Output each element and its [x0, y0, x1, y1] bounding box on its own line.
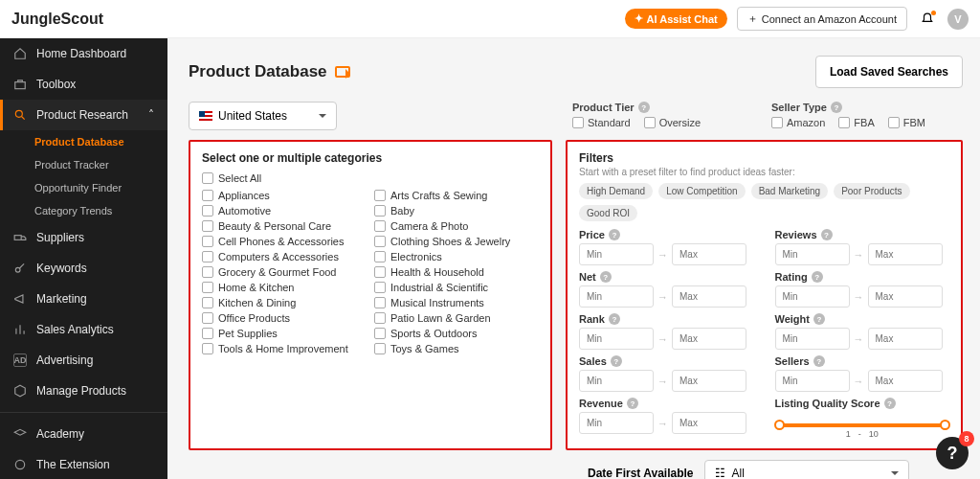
category-checkbox[interactable]: Patio Lawn & Garden	[374, 312, 539, 324]
fbm-checkbox[interactable]: FBM	[888, 117, 925, 128]
category-checkbox[interactable]: Pet Supplies	[202, 328, 367, 339]
min-input[interactable]	[579, 285, 654, 308]
max-input[interactable]	[672, 328, 746, 350]
nav-product-database[interactable]: Product Database	[0, 130, 167, 153]
category-checkbox[interactable]: Electronics	[374, 251, 539, 262]
user-avatar[interactable]: V	[947, 9, 969, 30]
category-checkbox[interactable]: Camera & Photo	[374, 220, 539, 232]
preset-pill[interactable]: High Demand	[579, 183, 653, 199]
category-label: Musical Instruments	[390, 297, 484, 308]
nav-marketing[interactable]: Marketing	[0, 284, 167, 314]
filter-lqs: Listing Quality Score?1-10	[775, 398, 950, 439]
max-input[interactable]	[672, 243, 746, 265]
max-input[interactable]	[672, 412, 746, 434]
nav-product-research[interactable]: Product Research˄	[0, 100, 167, 130]
help-fab[interactable]: ? 8	[936, 437, 969, 469]
load-saved-searches-button[interactable]: Load Saved Searches	[815, 56, 963, 88]
help-icon[interactable]: ?	[627, 398, 638, 409]
max-input[interactable]	[672, 370, 746, 392]
category-checkbox[interactable]: Tools & Home Improvement	[202, 343, 367, 354]
min-input[interactable]	[775, 370, 850, 392]
notifications-button[interactable]	[917, 9, 938, 30]
nav-manage-products[interactable]: Manage Products	[0, 376, 167, 406]
nav-sales-analytics[interactable]: Sales Analytics	[0, 314, 167, 345]
category-checkbox[interactable]: Baby	[374, 205, 539, 217]
category-checkbox[interactable]: Home & Kitchen	[202, 282, 367, 293]
nav-opportunity-finder[interactable]: Opportunity Finder	[0, 176, 167, 199]
preset-pill[interactable]: Good ROI	[579, 205, 637, 221]
help-icon[interactable]: ?	[812, 271, 823, 283]
help-icon[interactable]: ?	[821, 229, 833, 240]
category-checkbox[interactable]: Clothing Shoes & Jewelry	[374, 236, 539, 247]
category-checkbox[interactable]: Kitchen & Dining	[202, 297, 367, 308]
category-checkbox[interactable]: Toys & Games	[374, 343, 539, 354]
date-first-available-select[interactable]: ☷ All	[704, 460, 909, 479]
max-input[interactable]	[672, 285, 746, 308]
nav-extension-label: The Extension	[36, 458, 110, 471]
nav-home[interactable]: Home Dashboard	[0, 38, 167, 69]
nav-product-tracker[interactable]: Product Tracker	[0, 153, 167, 176]
nav-extension[interactable]: The Extension	[0, 449, 167, 479]
ai-assist-button[interactable]: ✦ AI Assist Chat	[625, 9, 727, 29]
category-label: Clothing Shoes & Jewelry	[390, 236, 510, 247]
oversize-checkbox[interactable]: Oversize	[644, 117, 701, 128]
category-checkbox[interactable]: Automotive	[202, 205, 367, 217]
min-input[interactable]	[775, 243, 850, 265]
max-input[interactable]	[868, 370, 943, 392]
help-icon[interactable]: ?	[813, 313, 825, 325]
max-input[interactable]	[868, 328, 943, 350]
category-checkbox[interactable]: Grocery & Gourmet Food	[202, 266, 367, 278]
category-checkbox[interactable]: Cell Phones & Accessories	[202, 236, 367, 247]
min-input[interactable]	[579, 412, 654, 434]
min-input[interactable]	[775, 328, 850, 350]
category-checkbox[interactable]: Health & Household	[374, 266, 539, 278]
nav-advertising[interactable]: ADAdvertising	[0, 345, 167, 376]
standard-checkbox[interactable]: Standard	[572, 117, 631, 128]
nav-academy[interactable]: Academy	[0, 419, 167, 449]
max-input[interactable]	[868, 285, 943, 308]
category-checkbox[interactable]: Sports & Outdoors	[374, 328, 539, 339]
nav-toolbox-label: Toolbox	[36, 78, 76, 91]
category-checkbox[interactable]: Office Products	[202, 312, 367, 324]
filters-title: Filters	[579, 151, 949, 165]
help-icon[interactable]: ?	[813, 355, 825, 367]
max-input[interactable]	[868, 243, 943, 265]
category-checkbox[interactable]: Industrial & Scientific	[374, 282, 539, 293]
category-checkbox[interactable]: Arts Crafts & Sewing	[374, 190, 539, 201]
help-icon[interactable]: ?	[884, 398, 896, 409]
min-input[interactable]	[579, 328, 654, 350]
select-all-checkbox[interactable]: Select All	[202, 172, 539, 184]
nav-category-trends[interactable]: Category Trends	[0, 199, 167, 222]
min-input[interactable]	[579, 243, 654, 265]
help-icon[interactable]: ?	[611, 355, 622, 367]
plus-icon: ＋	[747, 11, 758, 26]
min-input[interactable]	[579, 370, 654, 392]
chevron-down-icon	[891, 471, 899, 479]
country-select[interactable]: United States	[189, 102, 337, 130]
help-icon[interactable]: ?	[831, 102, 842, 113]
category-checkbox[interactable]: Musical Instruments	[374, 297, 539, 308]
fba-checkbox[interactable]: FBA	[838, 117, 874, 128]
help-icon[interactable]: ?	[600, 271, 612, 283]
nav-toolbox[interactable]: Toolbox	[0, 69, 167, 100]
lqs-min: 1	[846, 429, 851, 439]
preset-pill[interactable]: Bad Marketing	[751, 183, 828, 199]
connect-amazon-button[interactable]: ＋ Connect an Amazon Account	[737, 7, 907, 31]
category-checkbox[interactable]: Computers & Accessories	[202, 251, 367, 262]
preset-pill[interactable]: Poor Products	[834, 183, 909, 199]
preset-pill[interactable]: Low Competition	[658, 183, 745, 199]
help-icon[interactable]: ?	[609, 313, 620, 325]
category-checkbox[interactable]: Beauty & Personal Care	[202, 220, 367, 232]
help-icon[interactable]: ?	[638, 102, 650, 113]
categories-panel: Select one or multiple categories Select…	[189, 140, 552, 450]
nav-suppliers[interactable]: Suppliers	[0, 222, 167, 253]
lqs-slider[interactable]	[777, 423, 948, 427]
min-input[interactable]	[775, 285, 850, 308]
filter-label: Net	[579, 271, 596, 283]
nav-keywords-label: Keywords	[36, 262, 87, 275]
category-checkbox[interactable]: Appliances	[202, 190, 367, 201]
video-icon[interactable]	[335, 66, 350, 78]
nav-keywords[interactable]: Keywords	[0, 253, 167, 284]
amazon-checkbox[interactable]: Amazon	[771, 117, 825, 128]
help-icon[interactable]: ?	[609, 229, 620, 240]
